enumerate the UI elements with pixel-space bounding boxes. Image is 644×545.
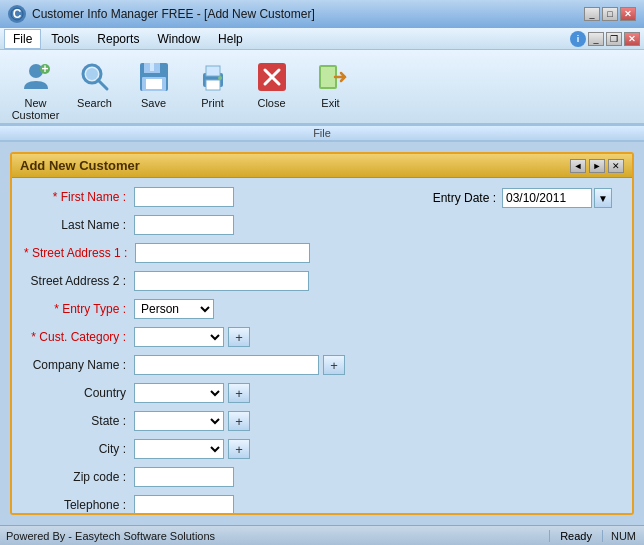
save-icon bbox=[136, 59, 172, 95]
status-bar: Powered By - Easytech Software Solutions… bbox=[0, 525, 644, 545]
last-name-input[interactable] bbox=[134, 215, 234, 235]
search-button[interactable]: Search bbox=[67, 54, 122, 119]
print-label: Print bbox=[201, 97, 224, 109]
svg-line-6 bbox=[98, 80, 107, 89]
title-bar-left: C Customer Info Manager FREE - [Add New … bbox=[8, 5, 315, 23]
entry-type-row: * Entry Type : Person Company bbox=[24, 298, 620, 320]
form-area: Entry Date : ▼ * First Name : bbox=[12, 178, 632, 515]
street2-label: Street Address 2 : bbox=[24, 274, 134, 288]
state-label: State : bbox=[24, 414, 134, 428]
save-label: Save bbox=[141, 97, 166, 109]
menu-bar: File Tools Reports Window Help i _ ❐ ✕ bbox=[0, 28, 644, 50]
status-ready: Ready bbox=[549, 530, 603, 542]
info-icon[interactable]: i bbox=[570, 31, 586, 47]
entry-date-dropdown[interactable]: ▼ bbox=[594, 188, 612, 208]
new-customer-button[interactable]: + NewCustomer bbox=[8, 54, 63, 119]
search-label: Search bbox=[77, 97, 112, 109]
company-name-label: Company Name : bbox=[24, 358, 134, 372]
menu-close-button[interactable]: ✕ bbox=[624, 32, 640, 46]
svg-point-7 bbox=[86, 68, 98, 80]
app-window: C Customer Info Manager FREE - [Add New … bbox=[0, 0, 644, 545]
panel-next-button[interactable]: ► bbox=[589, 159, 605, 173]
entry-date-row: Entry Date : ▼ bbox=[433, 188, 612, 208]
new-customer-icon: + bbox=[18, 59, 54, 95]
menu-file[interactable]: File bbox=[4, 29, 41, 49]
state-row: State : + bbox=[24, 410, 620, 432]
company-name-input[interactable] bbox=[134, 355, 319, 375]
toolbar-area: + NewCustomer Search bbox=[0, 50, 644, 142]
street1-label: * Street Address 1 : bbox=[24, 246, 135, 260]
menu-restore-button[interactable]: ❐ bbox=[606, 32, 622, 46]
street2-row: Street Address 2 : bbox=[24, 270, 620, 292]
state-add-button[interactable]: + bbox=[228, 411, 250, 431]
search-icon bbox=[77, 59, 113, 95]
zip-code-input[interactable] bbox=[134, 467, 234, 487]
telephone-label: Telephone : bbox=[24, 498, 134, 512]
menu-help[interactable]: Help bbox=[210, 30, 251, 48]
svg-rect-21 bbox=[321, 67, 335, 87]
menu-right: i _ ❐ ✕ bbox=[570, 31, 640, 47]
close-button[interactable]: Close bbox=[244, 54, 299, 119]
entry-date-label: Entry Date : bbox=[433, 191, 496, 205]
panel-prev-button[interactable]: ◄ bbox=[570, 159, 586, 173]
city-add-button[interactable]: + bbox=[228, 439, 250, 459]
city-label: City : bbox=[24, 442, 134, 456]
country-add-button[interactable]: + bbox=[228, 383, 250, 403]
title-bar-controls: _ □ ✕ bbox=[584, 7, 636, 21]
first-name-label: * First Name : bbox=[24, 190, 134, 204]
panel-body: Entry Date : ▼ * First Name : bbox=[12, 178, 632, 515]
street1-input[interactable] bbox=[135, 243, 310, 263]
company-name-row: Company Name : + bbox=[24, 354, 620, 376]
maximize-button[interactable]: □ bbox=[602, 7, 618, 21]
app-icon: C bbox=[8, 5, 26, 23]
country-row: Country + bbox=[24, 382, 620, 404]
status-powered-by: Powered By - Easytech Software Solutions bbox=[0, 530, 549, 542]
telephone-input[interactable] bbox=[134, 495, 234, 515]
status-num: NUM bbox=[603, 530, 644, 542]
svg-rect-10 bbox=[150, 63, 154, 71]
last-name-row: Last Name : bbox=[24, 214, 620, 236]
svg-rect-14 bbox=[206, 66, 220, 76]
minimize-button[interactable]: _ bbox=[584, 7, 600, 21]
street2-input[interactable] bbox=[134, 271, 309, 291]
cust-category-add-button[interactable]: + bbox=[228, 327, 250, 347]
svg-rect-12 bbox=[146, 79, 162, 89]
entry-type-label: * Entry Type : bbox=[24, 302, 134, 316]
cust-category-select[interactable] bbox=[134, 327, 224, 347]
exit-button[interactable]: Exit bbox=[303, 54, 358, 119]
city-select[interactable] bbox=[134, 439, 224, 459]
country-label: Country bbox=[24, 386, 134, 400]
company-name-add-button[interactable]: + bbox=[323, 355, 345, 375]
print-icon bbox=[195, 59, 231, 95]
menu-reports[interactable]: Reports bbox=[89, 30, 147, 48]
close-window-button[interactable]: ✕ bbox=[620, 7, 636, 21]
svg-point-16 bbox=[218, 76, 222, 80]
entry-type-select[interactable]: Person Company bbox=[134, 299, 214, 319]
state-select[interactable] bbox=[134, 411, 224, 431]
zip-code-label: Zip code : bbox=[24, 470, 134, 484]
menu-minimize-button[interactable]: _ bbox=[588, 32, 604, 46]
entry-date-input[interactable] bbox=[502, 188, 592, 208]
first-name-input[interactable] bbox=[134, 187, 234, 207]
menu-tools[interactable]: Tools bbox=[43, 30, 87, 48]
svg-text:+: + bbox=[41, 62, 48, 76]
cust-category-label: * Cust. Category : bbox=[24, 330, 134, 344]
exit-icon bbox=[313, 59, 349, 95]
street1-row: * Street Address 1 : bbox=[24, 242, 620, 264]
panel-close-button[interactable]: ✕ bbox=[608, 159, 624, 173]
svg-text:C: C bbox=[13, 7, 22, 21]
new-customer-label: NewCustomer bbox=[12, 97, 60, 121]
telephone-row: Telephone : bbox=[24, 494, 620, 515]
exit-label: Exit bbox=[321, 97, 339, 109]
city-row: City : + bbox=[24, 438, 620, 460]
toolbar: + NewCustomer Search bbox=[0, 50, 644, 125]
close-label: Close bbox=[257, 97, 285, 109]
save-button[interactable]: Save bbox=[126, 54, 181, 119]
print-button[interactable]: Print bbox=[185, 54, 240, 119]
title-bar-title: Customer Info Manager FREE - [Add New Cu… bbox=[32, 7, 315, 21]
title-bar: C Customer Info Manager FREE - [Add New … bbox=[0, 0, 644, 28]
country-select[interactable] bbox=[134, 383, 224, 403]
panel-controls: ◄ ► ✕ bbox=[570, 159, 624, 173]
add-new-customer-panel: Add New Customer ◄ ► ✕ Entry Date : bbox=[10, 152, 634, 515]
menu-window[interactable]: Window bbox=[149, 30, 208, 48]
